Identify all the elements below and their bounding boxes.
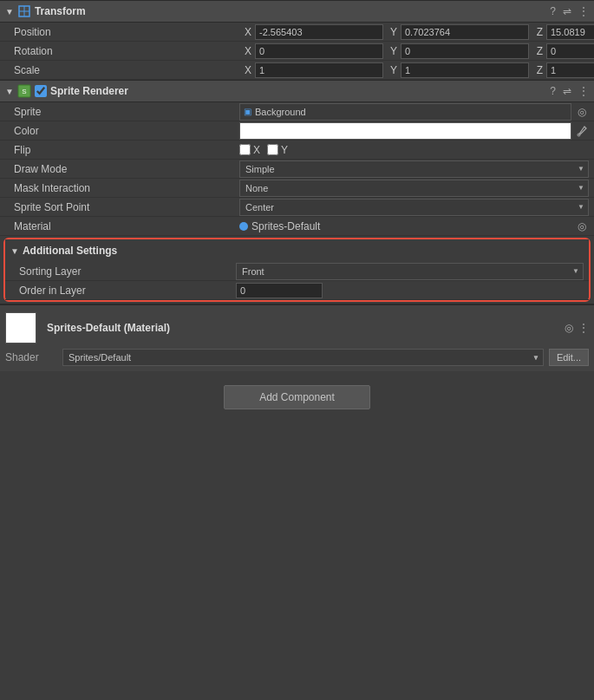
rot-z-input[interactable] (546, 43, 594, 59)
sr-preset-icon[interactable]: ⇌ (563, 85, 571, 97)
help-icon[interactable]: ? (550, 5, 556, 17)
rotation-fields: X Y Z (239, 43, 594, 59)
flip-x-checkbox[interactable] (239, 144, 251, 155)
flip-checkboxes: X Y (239, 144, 288, 156)
shader-row: Shader Sprites/Default ▼ Edit... (5, 347, 589, 368)
pos-x-label: X (239, 26, 251, 38)
material-select-icon[interactable]: ◎ (575, 219, 589, 233)
transform-header-icons: ? ⇌ ⋮ (550, 5, 589, 17)
rot-z-label: Z (531, 45, 543, 57)
pos-y-label: Y (385, 26, 397, 38)
scale-x-label: X (239, 64, 251, 76)
sorting-layer-dropdown-wrapper: Front (236, 263, 584, 280)
pos-z-input[interactable] (546, 24, 594, 40)
position-fields: X Y Z (239, 24, 594, 40)
sprite-label: Sprite (5, 106, 239, 118)
draw-mode-label: Draw Mode (5, 163, 239, 175)
color-label: Color (5, 125, 239, 137)
material-more-icon[interactable]: ⋮ (578, 322, 589, 334)
more-icon[interactable]: ⋮ (578, 5, 589, 17)
sprite-renderer-chevron[interactable]: ▼ (5, 87, 14, 96)
scale-row: Scale X Y Z (0, 61, 594, 80)
mask-interaction-row: Mask Interaction None (0, 179, 594, 198)
scale-fields: X Y Z (239, 62, 594, 78)
sprite-sort-point-label: Sprite Sort Point (5, 201, 239, 213)
mask-interaction-value: None (239, 180, 589, 197)
svg-text:S: S (22, 88, 26, 95)
sprite-select-icon[interactable]: ◎ (575, 105, 589, 119)
material-property-label: Material (5, 220, 239, 232)
rot-y-input[interactable] (401, 43, 529, 59)
flip-y-group: Y (267, 144, 288, 156)
sr-more-icon[interactable]: ⋮ (578, 85, 589, 97)
order-in-layer-value (236, 283, 584, 298)
sprite-sort-point-dropdown-wrapper: Center (239, 199, 589, 216)
sr-help-icon[interactable]: ? (550, 85, 556, 97)
add-component-button[interactable]: Add Component (224, 385, 370, 409)
additional-settings-header: ▼ Additional Settings (5, 239, 589, 262)
shader-label: Shader (5, 351, 57, 363)
position-row: Position X Y Z (0, 23, 594, 42)
scale-y-input[interactable] (401, 62, 529, 78)
sprite-renderer-toggle[interactable] (35, 85, 47, 97)
flip-x-label: X (253, 144, 260, 156)
inspector-panel: ▼ Transform ? ⇌ ⋮ Position X Y Z (0, 0, 594, 423)
scale-x-input[interactable] (255, 62, 383, 78)
material-section: Sprites-Default (Material) ◎ ⋮ Shader Sp… (0, 304, 594, 371)
color-swatch[interactable] (239, 122, 571, 140)
rot-x-label: X (239, 45, 251, 57)
add-component-section: Add Component (0, 371, 594, 423)
transform-title: Transform (35, 5, 550, 17)
sprite-field: ▣ Background ◎ (239, 103, 589, 121)
edit-shader-button[interactable]: Edit... (549, 349, 589, 366)
material-target-icon[interactable]: ◎ (565, 322, 573, 334)
pos-x-input[interactable] (255, 24, 383, 40)
sprite-sort-point-dropdown[interactable]: Center (239, 199, 589, 216)
material-property-value: Sprites-Default ◎ (239, 219, 589, 233)
sprite-value: ▣ Background ◎ (239, 103, 589, 121)
material-dot-icon (239, 222, 248, 231)
sorting-layer-label: Sorting Layer (19, 265, 236, 278)
mask-interaction-label: Mask Interaction (5, 182, 239, 194)
flip-label: Flip (5, 144, 239, 156)
scale-value: X Y Z (239, 62, 594, 78)
additional-settings-title: Additional Settings (23, 245, 117, 257)
sprite-name-display: ▣ Background (239, 103, 571, 121)
material-info: Sprites-Default (Material) (42, 322, 559, 334)
scale-z-input[interactable] (546, 62, 594, 78)
sprite-renderer-icon: S (17, 84, 31, 98)
order-in-layer-input[interactable] (236, 283, 323, 298)
flip-x-group: X (239, 144, 260, 156)
mask-interaction-dropdown[interactable]: None (239, 180, 589, 197)
eyedropper-icon[interactable] (575, 124, 589, 138)
sprite-sort-point-value: Center (239, 199, 589, 216)
transform-chevron[interactable]: ▼ (5, 7, 14, 16)
shader-dropdown[interactable]: Sprites/Default ▼ (62, 349, 544, 366)
rotation-label: Rotation (5, 45, 239, 57)
sprite-row: Sprite ▣ Background ◎ (0, 102, 594, 121)
additional-settings-section: ▼ Additional Settings Sorting Layer Fron… (3, 238, 591, 302)
preset-icon[interactable]: ⇌ (563, 5, 571, 17)
transform-icon (17, 4, 31, 18)
draw-mode-row: Draw Mode Simple (0, 160, 594, 179)
rotation-row: Rotation X Y Z (0, 42, 594, 61)
sorting-layer-dropdown[interactable]: Front (236, 263, 584, 280)
pos-z-label: Z (531, 26, 543, 38)
material-section-name: Sprites-Default (Material) (47, 322, 559, 334)
rot-x-input[interactable] (255, 43, 383, 59)
mask-interaction-dropdown-wrapper: None (239, 180, 589, 197)
material-header-icons: ◎ ⋮ (565, 322, 589, 334)
flip-y-label: Y (281, 144, 288, 156)
pos-y-input[interactable] (401, 24, 529, 40)
scale-z-label: Z (531, 64, 543, 76)
draw-mode-value: Simple (239, 160, 589, 178)
additional-settings-chevron[interactable]: ▼ (10, 246, 19, 256)
material-property-row: Material Sprites-Default ◎ (0, 217, 594, 236)
transform-header: ▼ Transform ? ⇌ ⋮ (0, 0, 594, 23)
flip-value: X Y (239, 144, 589, 156)
flip-y-checkbox[interactable] (267, 144, 278, 155)
draw-mode-dropdown[interactable]: Simple (239, 160, 589, 178)
sprite-name-text: Background (255, 107, 306, 117)
sprite-renderer-header: ▼ S Sprite Renderer ? ⇌ ⋮ (0, 80, 594, 102)
material-name-text: Sprites-Default (251, 220, 320, 232)
